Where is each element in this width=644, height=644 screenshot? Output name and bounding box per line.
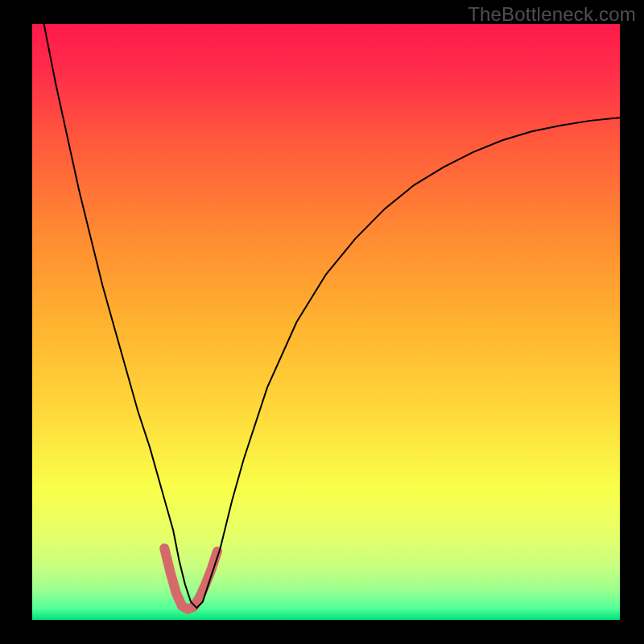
watermark-text: TheBottleneck.com: [468, 3, 636, 26]
curve-layer: [32, 24, 620, 620]
chart-frame: TheBottleneck.com: [0, 0, 644, 644]
plot-area: [32, 24, 620, 620]
bottleneck-curve-path: [32, 24, 620, 608]
